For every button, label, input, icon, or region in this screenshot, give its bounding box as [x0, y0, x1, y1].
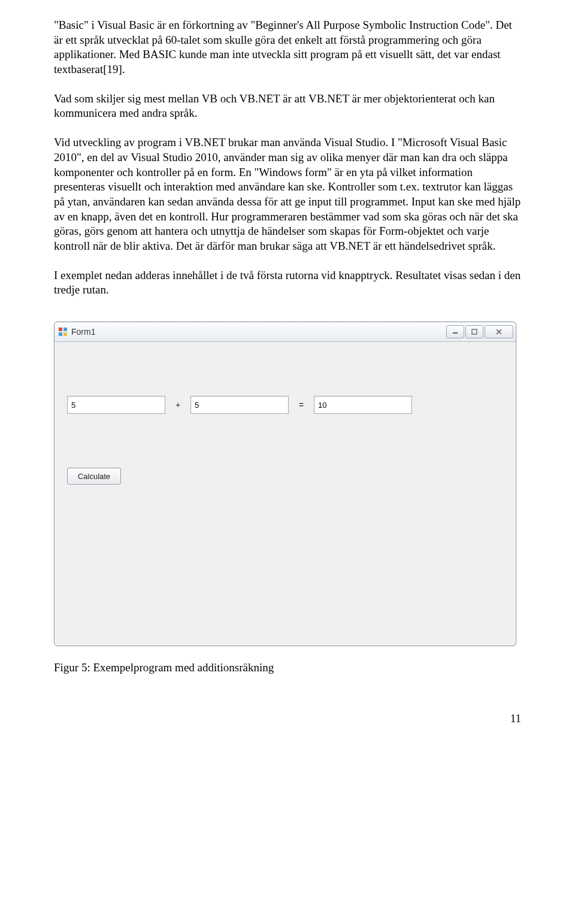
window-client-area: + = Calculate: [55, 342, 515, 645]
plus-label: +: [174, 399, 182, 410]
figure-caption: Figur 5: Exempelprogram med additionsräk…: [54, 661, 521, 675]
minimize-icon: [452, 329, 458, 335]
window-titlebar: Form1: [55, 322, 516, 342]
example-window: Form1 + =: [54, 322, 516, 646]
operand1-input[interactable]: [67, 396, 165, 414]
maximize-button[interactable]: [465, 325, 483, 338]
app-icon: [58, 327, 68, 337]
svg-rect-1: [63, 328, 67, 331]
calculate-button[interactable]: Calculate: [67, 468, 121, 484]
paragraph-3: Vid utveckling av program i VB.NET bruka…: [54, 135, 521, 254]
document-page: "Basic" i Visual Basic är en förkortning…: [0, 0, 575, 744]
minimize-button[interactable]: [446, 325, 464, 338]
svg-rect-5: [472, 329, 477, 334]
button-row: Calculate: [67, 468, 121, 484]
paragraph-4: I exemplet nedan adderas innehållet i de…: [54, 268, 521, 298]
inputs-row: + =: [67, 396, 412, 414]
maximize-icon: [471, 329, 477, 335]
close-button[interactable]: [485, 325, 513, 338]
paragraph-1: "Basic" i Visual Basic är en förkortning…: [54, 18, 521, 77]
equals-label: =: [297, 399, 305, 410]
page-number: 11: [54, 711, 521, 726]
operand2-input[interactable]: [190, 396, 289, 414]
svg-rect-3: [63, 332, 67, 336]
close-icon: [495, 328, 503, 335]
paragraph-2: Vad som skiljer sig mest mellan VB och V…: [54, 92, 521, 121]
svg-rect-2: [59, 332, 62, 336]
result-input[interactable]: [314, 396, 412, 414]
svg-rect-4: [453, 332, 458, 334]
svg-rect-0: [59, 328, 62, 331]
window-title: Form1: [71, 326, 95, 337]
